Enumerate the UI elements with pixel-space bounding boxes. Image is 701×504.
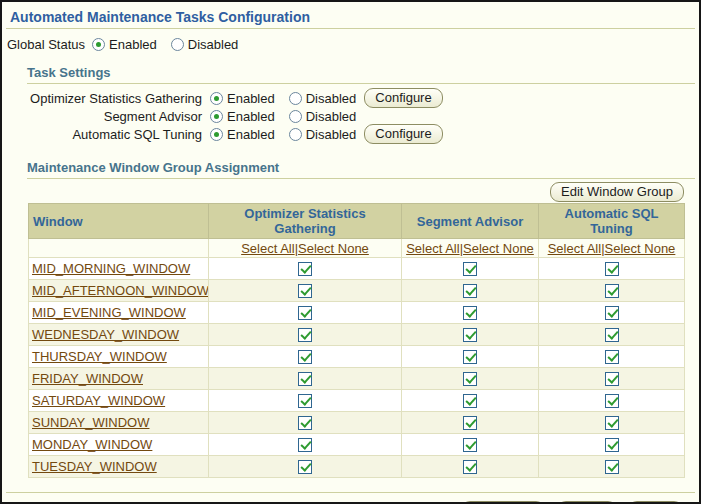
select-none-link[interactable]: Select None (298, 241, 369, 256)
checkbox-optimizer-statistics-gathering[interactable] (298, 372, 312, 386)
checkbox-automatic-sql-tuning[interactable] (605, 306, 619, 320)
global-status-label: Global Status (7, 37, 85, 52)
task-enabled-label: Enabled (227, 109, 275, 124)
checkbox-cell-automatic-sql-tuning (539, 280, 685, 302)
checkbox-automatic-sql-tuning[interactable] (605, 328, 619, 342)
select-cell-optimizer-statistics-gathering: Select All|Select None (209, 239, 402, 258)
select-all-link[interactable]: Select All (406, 241, 459, 256)
table-row: THURSDAY_WINDOW (29, 346, 685, 368)
checkbox-optimizer-statistics-gathering[interactable] (298, 328, 312, 342)
task-settings-heading: Task Settings (27, 65, 699, 80)
task-row-optimizer-statistics-gathering: Optimizer Statistics Gathering Enabled D… (2, 89, 699, 107)
checkbox-segment-advisor[interactable] (463, 306, 477, 320)
checkbox-automatic-sql-tuning[interactable] (605, 416, 619, 430)
window-link[interactable]: SATURDAY_WINDOW (32, 393, 165, 408)
task-label: Optimizer Statistics Gathering (24, 91, 202, 106)
automated-maintenance-tasks-page: { "page": { "title": "Automated Maintena… (0, 0, 701, 504)
window-name-cell: WEDNESDAY_WINDOW (29, 324, 209, 346)
checkbox-optimizer-statistics-gathering[interactable] (298, 284, 312, 298)
checkbox-automatic-sql-tuning[interactable] (605, 262, 619, 276)
checkbox-segment-advisor[interactable] (463, 438, 477, 452)
checkbox-segment-advisor[interactable] (463, 350, 477, 364)
checkbox-automatic-sql-tuning[interactable] (605, 372, 619, 386)
table-header-row: Window Optimizer Statistics Gathering Se… (29, 204, 685, 239)
checkbox-segment-advisor[interactable] (463, 328, 477, 342)
checkbox-optimizer-statistics-gathering[interactable] (298, 460, 312, 474)
checkbox-optimizer-statistics-gathering[interactable] (298, 350, 312, 364)
window-link[interactable]: MONDAY_WINDOW (32, 437, 152, 452)
window-link[interactable]: SUNDAY_WINDOW (32, 415, 149, 430)
select-all-link[interactable]: Select All (548, 241, 601, 256)
task-enabled-radio[interactable] (210, 92, 223, 105)
checkbox-cell-segment-advisor (402, 434, 539, 456)
global-status-disabled-radio[interactable] (171, 38, 184, 51)
checkbox-cell-automatic-sql-tuning (539, 434, 685, 456)
select-none-link[interactable]: Select None (605, 241, 676, 256)
checkbox-segment-advisor[interactable] (463, 262, 477, 276)
column-header-window: Window (29, 204, 209, 239)
checkbox-optimizer-statistics-gathering[interactable] (298, 262, 312, 276)
window-link[interactable]: MID_MORNING_WINDOW (32, 261, 190, 276)
checkbox-cell-optimizer-statistics-gathering (209, 412, 402, 434)
task-disabled-label: Disabled (306, 91, 357, 106)
checkbox-cell-segment-advisor (402, 412, 539, 434)
checkbox-optimizer-statistics-gathering[interactable] (298, 416, 312, 430)
checkbox-cell-segment-advisor (402, 390, 539, 412)
checkbox-optimizer-statistics-gathering[interactable] (298, 438, 312, 452)
task-disabled-radio[interactable] (289, 110, 302, 123)
checkbox-segment-advisor[interactable] (463, 284, 477, 298)
window-assignment-table: Window Optimizer Statistics Gathering Se… (28, 203, 685, 478)
checkbox-automatic-sql-tuning[interactable] (605, 284, 619, 298)
checkbox-cell-segment-advisor (402, 280, 539, 302)
checkbox-segment-advisor[interactable] (463, 460, 477, 474)
task-enabled-radio[interactable] (210, 128, 223, 141)
column-header-optimizer-statistics-gathering: Optimizer Statistics Gathering (209, 204, 402, 239)
global-status-enabled-label: Enabled (109, 37, 157, 52)
window-name-cell: MID_EVENING_WINDOW (29, 302, 209, 324)
window-name-cell: FRIDAY_WINDOW (29, 368, 209, 390)
task-enabled-label: Enabled (227, 127, 275, 142)
edit-window-group-button[interactable]: Edit Window Group (550, 182, 684, 202)
window-link[interactable]: WEDNESDAY_WINDOW (32, 327, 179, 342)
page-title: Automated Maintenance Tasks Configuratio… (10, 9, 699, 25)
checkbox-optimizer-statistics-gathering[interactable] (298, 394, 312, 408)
table-row: SUNDAY_WINDOW (29, 412, 685, 434)
window-link[interactable]: TUESDAY_WINDOW (32, 459, 157, 474)
global-status-enabled-radio[interactable] (92, 38, 105, 51)
checkbox-cell-automatic-sql-tuning (539, 324, 685, 346)
select-cell-automatic-sql-tuning: Select All|Select None (539, 239, 685, 258)
window-link[interactable]: MID_AFTERNOON_WINDOW (32, 283, 209, 298)
column-header-automatic-sql-tuning: Automatic SQL Tuning (539, 204, 685, 239)
window-link[interactable]: FRIDAY_WINDOW (32, 371, 143, 386)
task-disabled-radio[interactable] (289, 128, 302, 141)
table-row: SATURDAY_WINDOW (29, 390, 685, 412)
checkbox-cell-automatic-sql-tuning (539, 412, 685, 434)
checkbox-automatic-sql-tuning[interactable] (605, 350, 619, 364)
checkbox-cell-automatic-sql-tuning (539, 368, 685, 390)
checkbox-cell-segment-advisor (402, 258, 539, 280)
select-none-link[interactable]: Select None (463, 241, 534, 256)
checkbox-automatic-sql-tuning[interactable] (605, 438, 619, 452)
task-disabled-label: Disabled (306, 109, 357, 124)
table-row: WEDNESDAY_WINDOW (29, 324, 685, 346)
window-link[interactable]: THURSDAY_WINDOW (32, 349, 167, 364)
checkbox-optimizer-statistics-gathering[interactable] (298, 306, 312, 320)
task-enabled-radio[interactable] (210, 110, 223, 123)
checkbox-segment-advisor[interactable] (463, 416, 477, 430)
window-link[interactable]: MID_EVENING_WINDOW (32, 305, 186, 320)
global-status-row: Global Status Enabled Disabled (7, 36, 699, 53)
checkbox-automatic-sql-tuning[interactable] (605, 394, 619, 408)
checkbox-segment-advisor[interactable] (463, 372, 477, 386)
window-group-heading: Maintenance Window Group Assignment (27, 160, 699, 175)
task-enabled-label: Enabled (227, 91, 275, 106)
checkbox-segment-advisor[interactable] (463, 394, 477, 408)
task-disabled-radio[interactable] (289, 92, 302, 105)
select-all-link[interactable]: Select All (241, 241, 294, 256)
task-row-automatic-sql-tuning: Automatic SQL Tuning Enabled Disabled Co… (2, 125, 699, 143)
checkbox-automatic-sql-tuning[interactable] (605, 460, 619, 474)
title-divider (6, 28, 695, 29)
task-disabled-label: Disabled (306, 127, 357, 142)
table-row: MID_MORNING_WINDOW (29, 258, 685, 280)
configure-button-optimizer-statistics-gathering[interactable]: Configure (364, 88, 442, 108)
configure-button-automatic-sql-tuning[interactable]: Configure (364, 124, 442, 144)
